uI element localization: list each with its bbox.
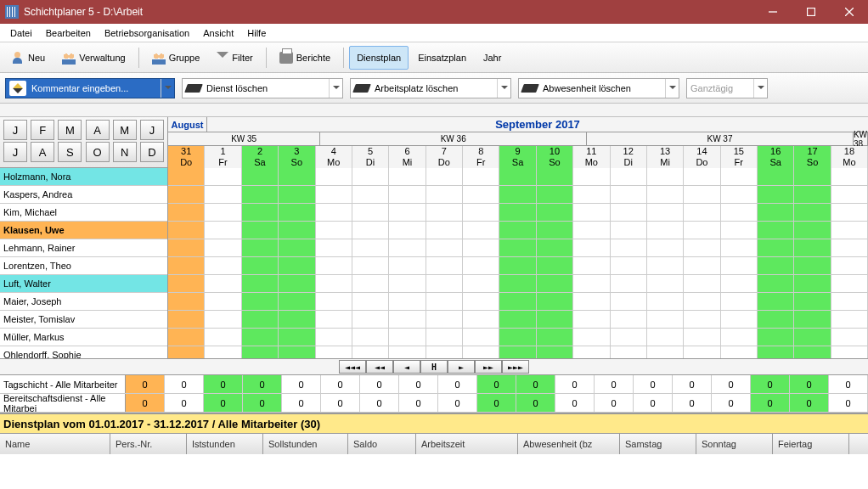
grid-cell[interactable] (242, 346, 279, 358)
day-header[interactable]: 11Mo (573, 146, 610, 168)
grid-cell[interactable] (794, 222, 831, 239)
grid-cell[interactable] (242, 222, 279, 239)
grid-cell[interactable] (279, 311, 315, 328)
grid-cell[interactable] (316, 257, 352, 274)
grid-cell[interactable] (794, 168, 831, 185)
grid-cell[interactable] (426, 346, 463, 358)
grid-cell[interactable] (573, 204, 610, 221)
grid-cell[interactable] (794, 239, 831, 256)
grid-cell[interactable] (758, 222, 794, 239)
grid-cell[interactable] (426, 275, 463, 292)
grid-cell[interactable] (611, 186, 647, 203)
grid-cell[interactable] (426, 168, 463, 185)
grid-cell[interactable] (463, 186, 499, 203)
grid-cell[interactable] (499, 346, 536, 358)
grid-cell[interactable] (168, 275, 205, 292)
grid-cell[interactable] (721, 257, 758, 274)
grid-cell[interactable] (684, 168, 720, 185)
grid-cell[interactable] (611, 168, 647, 185)
grid-cell[interactable] (205, 186, 241, 203)
nav-button[interactable]: ► (448, 360, 475, 374)
month-btn-M[interactable]: M (58, 120, 82, 140)
grid-cell[interactable] (168, 329, 205, 346)
grid-cell[interactable] (684, 275, 720, 292)
grid-cell[interactable] (794, 346, 831, 358)
grid-cell[interactable] (316, 222, 352, 239)
nav-button[interactable]: ►► (475, 360, 502, 374)
grid-cell[interactable] (242, 186, 279, 203)
grid-cell[interactable] (316, 293, 352, 310)
grid-cell[interactable] (426, 293, 463, 310)
grid-cell[interactable] (611, 239, 647, 256)
grid-cell[interactable] (168, 239, 205, 256)
grid-cell[interactable] (758, 257, 794, 274)
column-header[interactable]: Name (0, 434, 110, 454)
grid-cell[interactable] (831, 222, 868, 239)
grid-cell[interactable] (684, 311, 720, 328)
grid-cell[interactable] (537, 186, 573, 203)
grid-cell[interactable] (611, 293, 647, 310)
grid-cell[interactable] (647, 168, 684, 185)
column-header[interactable]: Sonntag (696, 434, 773, 454)
grid-cell[interactable] (389, 204, 426, 221)
employee-row[interactable]: Ohlendorff, Sophie (0, 346, 167, 358)
dienst-combo[interactable]: Dienst löschen (182, 78, 343, 98)
grid-cell[interactable] (684, 239, 720, 256)
day-header[interactable]: 10So (537, 146, 573, 168)
grid-cell[interactable] (352, 311, 389, 328)
grid-cell[interactable] (205, 204, 241, 221)
grid-cell[interactable] (426, 204, 463, 221)
day-header[interactable]: 2Sa (242, 146, 279, 168)
column-header[interactable]: Feiertag (773, 434, 849, 454)
grid-cell[interactable] (463, 168, 499, 185)
grid-cell[interactable] (647, 222, 684, 239)
day-header[interactable]: 14Do (684, 146, 720, 168)
grid-cell[interactable] (463, 311, 499, 328)
grid-cell[interactable] (537, 293, 573, 310)
grid-cell[interactable] (279, 293, 315, 310)
grid-cell[interactable] (352, 275, 389, 292)
grid-cell[interactable] (573, 168, 610, 185)
month-btn-A[interactable]: A (86, 120, 110, 140)
grid-cell[interactable] (831, 275, 868, 292)
grid-cell[interactable] (205, 222, 241, 239)
grid-cell[interactable] (389, 168, 426, 185)
month-btn-N[interactable]: N (113, 142, 137, 162)
day-header[interactable]: 1Fr (205, 146, 241, 168)
grid-cell[interactable] (721, 275, 758, 292)
grid-cell[interactable] (684, 329, 720, 346)
grid-cell[interactable] (463, 239, 499, 256)
grid-cell[interactable] (537, 168, 573, 185)
grid-cell[interactable] (647, 204, 684, 221)
grid-cell[interactable] (647, 257, 684, 274)
day-header[interactable]: 6Mi (389, 146, 426, 168)
month-btn-J[interactable]: J (3, 142, 27, 162)
month-btn-F[interactable]: F (31, 120, 54, 140)
grid-cell[interactable] (573, 239, 610, 256)
grid-cell[interactable] (721, 329, 758, 346)
day-header[interactable]: 18Mo (831, 146, 868, 168)
grid-cell[interactable] (352, 293, 389, 310)
grid-cell[interactable] (205, 329, 241, 346)
grid-cell[interactable] (611, 275, 647, 292)
kommentar-combo[interactable]: Kommentar eingeben... (5, 78, 175, 98)
gruppe-button[interactable]: Gruppe (144, 46, 208, 70)
menu-betriebsorganisation[interactable]: Betriebsorganisation (98, 25, 196, 41)
maximize-button[interactable] (792, 0, 830, 24)
employee-row[interactable]: Lorentzen, Theo (0, 257, 167, 275)
column-header[interactable]: Samstag (620, 434, 696, 454)
nav-button[interactable]: ◄◄ (366, 360, 393, 374)
calendar-body[interactable] (168, 168, 868, 358)
grid-cell[interactable] (573, 222, 610, 239)
grid-cell[interactable] (242, 275, 279, 292)
employee-row[interactable]: Holzmann, Nora (0, 168, 167, 186)
grid-cell[interactable] (647, 239, 684, 256)
employee-row[interactable]: Kim, Michael (0, 204, 167, 222)
grid-cell[interactable] (758, 311, 794, 328)
grid-cell[interactable] (499, 293, 536, 310)
grid-cell[interactable] (611, 329, 647, 346)
grid-cell[interactable] (831, 204, 868, 221)
grid-cell[interactable] (168, 346, 205, 358)
grid-cell[interactable] (758, 186, 794, 203)
grid-cell[interactable] (352, 329, 389, 346)
